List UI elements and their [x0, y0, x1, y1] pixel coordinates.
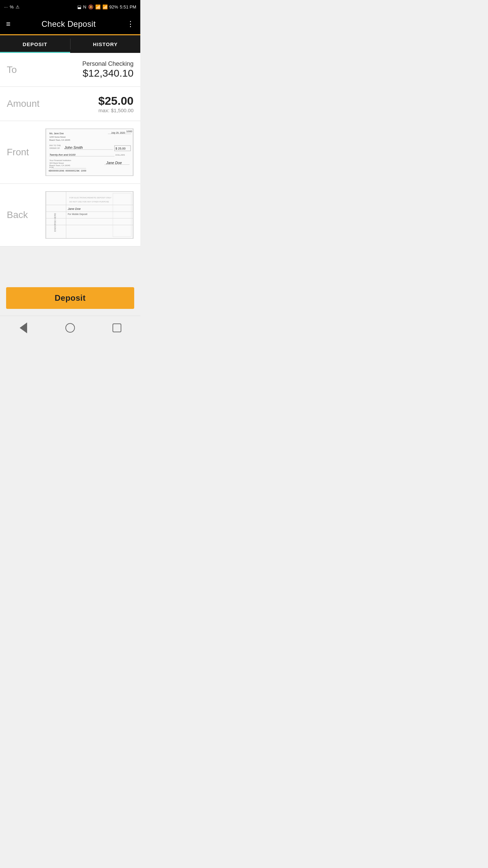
warning-icon: ⚠ — [16, 4, 20, 9]
recent-icon — [113, 323, 121, 332]
tab-history[interactable]: HISTORY — [70, 35, 141, 53]
bluetooth-icon: ⬓ — [77, 4, 81, 9]
back-button[interactable] — [15, 319, 32, 336]
amount-max: max: $1,500.00 — [98, 107, 134, 113]
home-button[interactable] — [62, 319, 79, 336]
svg-text:DOLLARS: DOLLARS — [116, 154, 125, 156]
back-label: Back — [7, 210, 28, 220]
svg-text:Your Financial Institution: Your Financial Institution — [49, 159, 71, 161]
notification-icon: ··· — [4, 4, 8, 9]
front-row[interactable]: Front Ms. Jane Doe 1234 Some Street Beac… — [0, 121, 140, 184]
svg-text:Jane Doe: Jane Doe — [67, 207, 81, 211]
svg-text:Ms. Jane Doe: Ms. Jane Doe — [49, 132, 64, 135]
amount-info: $25.00 max: $1,500.00 — [98, 94, 134, 113]
status-right-icons: ⬓ N 🔕 📶 📶 92% 5:51 PM — [77, 4, 136, 9]
content-spacer — [0, 246, 140, 287]
mute-icon: 🔕 — [88, 4, 94, 9]
svg-text:ENDORSE HERE: ENDORSE HERE — [54, 213, 56, 232]
menu-icon[interactable]: ≡ — [6, 20, 11, 28]
time-display: 5:51 PM — [120, 4, 136, 9]
wifi-icon: 📶 — [95, 4, 101, 9]
svg-text:Beach Town, CA 10045: Beach Town, CA 10045 — [49, 139, 70, 141]
app-header: ≡ Check Deposit ⋮ — [0, 14, 140, 35]
front-label: Front — [7, 147, 29, 158]
svg-text:For Mobile Deposit: For Mobile Deposit — [68, 213, 87, 216]
tab-deposit-label: DEPOSIT — [23, 41, 47, 47]
account-balance: $12,340.10 — [82, 67, 134, 79]
page-title: Check Deposit — [41, 19, 96, 29]
recent-button[interactable] — [108, 319, 125, 336]
tab-bar: DEPOSIT HISTORY — [0, 35, 140, 53]
back-icon — [20, 322, 27, 333]
svg-text:1000: 1000 — [126, 130, 132, 133]
amount-value: $25.00 — [98, 94, 134, 107]
nfc-icon: N — [83, 4, 86, 9]
account-name: Personal Checking — [82, 60, 134, 67]
bottom-navigation — [0, 316, 140, 339]
svg-text:ORDER OF: ORDER OF — [49, 147, 60, 149]
amount-row[interactable]: Amount $25.00 max: $1,500.00 — [0, 87, 140, 121]
front-check-image[interactable]: Ms. Jane Doe 1234 Some Street Beach Town… — [45, 129, 134, 176]
more-options-icon[interactable]: ⋮ — [127, 20, 134, 28]
to-label: To — [7, 64, 17, 75]
svg-text:FOR ELECTRONIC/REMOTE DEPOSIT : FOR ELECTRONIC/REMOTE DEPOSIT ONLY — [69, 197, 111, 199]
signal-icon: 📶 — [102, 4, 108, 9]
svg-text:Twenty-five and 0/100: Twenty-five and 0/100 — [49, 153, 76, 156]
svg-text:PAY TO THE: PAY TO THE — [49, 144, 61, 146]
amount-label: Amount — [7, 98, 40, 109]
svg-text:$ 25.00: $ 25.00 — [116, 147, 126, 150]
battery-text: 92% — [109, 4, 118, 9]
svg-text:Jane Doe: Jane Doe — [106, 161, 122, 165]
form-area: To Personal Checking $12,340.10 Amount $… — [0, 53, 140, 246]
svg-text:⑆000000186⑆  000000529⑆  1000: ⑆000000186⑆ 000000529⑆ 1000 — [49, 170, 86, 172]
status-bar: ··· % ⚠ ⬓ N 🔕 📶 📶 92% 5:51 PM — [0, 0, 140, 14]
home-icon — [65, 323, 75, 333]
svg-text:1234 Some Street: 1234 Some Street — [49, 136, 66, 138]
to-row[interactable]: To Personal Checking $12,340.10 — [0, 53, 140, 87]
account-info: Personal Checking $12,340.10 — [82, 60, 134, 79]
svg-text:324 Bank Street: 324 Bank Street — [49, 162, 64, 164]
svg-text:John Smith: John Smith — [64, 145, 83, 150]
percent-icon: % — [10, 4, 14, 9]
back-row[interactable]: Back ENDORSE HERE FOR ELECTRONIC/REMOTE … — [0, 184, 140, 246]
tab-history-label: HISTORY — [93, 41, 118, 47]
tab-deposit[interactable]: DEPOSIT — [0, 35, 70, 53]
deposit-button-wrap: Deposit — [0, 287, 140, 316]
back-check-image[interactable]: ENDORSE HERE FOR ELECTRONIC/REMOTE DEPOS… — [45, 191, 134, 239]
svg-text:DO NOT USE FOR ANY OTHER PURPO: DO NOT USE FOR ANY OTHER PURPOSE — [69, 201, 109, 203]
status-icons: ··· % ⚠ — [4, 4, 20, 9]
deposit-button[interactable]: Deposit — [6, 287, 134, 309]
